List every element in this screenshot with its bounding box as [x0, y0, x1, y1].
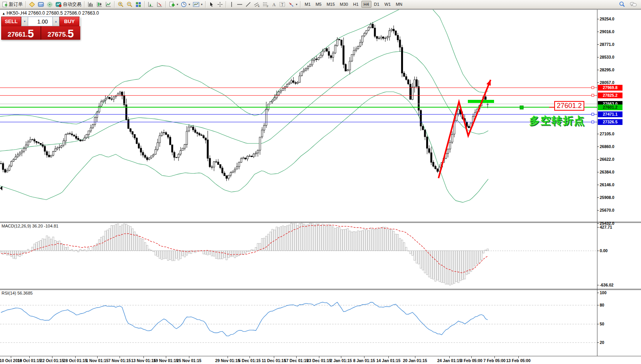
- price-badge: 27326.5: [598, 119, 622, 125]
- horizontal-line-tool-button[interactable]: [236, 0, 244, 8]
- period-button[interactable]: ▾: [180, 0, 191, 8]
- time-axis-label: 17 Dec 01:15: [284, 358, 309, 363]
- volume-up-button[interactable]: ▲: [52, 17, 59, 26]
- bollinger-lower-line: [0, 92, 488, 202]
- autotrading-icon: [56, 2, 62, 7]
- candles-layer: [0, 22, 489, 181]
- autotrading-label: 自动交易: [63, 1, 81, 8]
- rsi-axis-tick: 100: [600, 290, 607, 295]
- price-axis-tick: 25908.0: [600, 195, 614, 200]
- time-axis-label: 28 Oct 01:15: [63, 358, 87, 363]
- cursor-tool-button[interactable]: [207, 0, 216, 8]
- time-axis-label: 7 Nov 01:15: [108, 358, 131, 363]
- rsi-axis-tick: 50: [600, 322, 604, 326]
- tf-m15-button[interactable]: M15: [324, 1, 337, 8]
- green-line-handle: [520, 106, 523, 109]
- price-axis-tick: 26146.0: [600, 182, 614, 187]
- indicator-window-button[interactable]: [147, 0, 155, 8]
- fibonacci-icon: F: [263, 2, 269, 7]
- macd-axis-tick: 427.71: [600, 225, 612, 229]
- time-axis-label: 29 Nov 01:15: [215, 358, 240, 363]
- new-order-icon: [2, 2, 8, 7]
- price-axis-tick: 25670.0: [600, 208, 614, 212]
- time-axis-label: 16 Oct 01:15: [17, 358, 41, 363]
- arrows-tool-button[interactable]: ▾: [287, 0, 299, 8]
- add-indicator-icon: [169, 2, 175, 7]
- buy-price[interactable]: 27675.5: [41, 26, 81, 40]
- tf-m30-button[interactable]: M30: [337, 1, 350, 8]
- zoom-in-button[interactable]: [116, 0, 125, 8]
- sell-button[interactable]: SELL: [1, 17, 21, 26]
- rsi-layer: [0, 302, 597, 343]
- chart-template-icon: [193, 2, 199, 7]
- chevron-down-icon[interactable]: ▾: [189, 3, 190, 6]
- chinese-annotation[interactable]: 多空转折点: [529, 114, 585, 128]
- candlestick-mode-button[interactable]: [95, 0, 104, 8]
- one-click-trading-panel: SELL ▼ ▲ BUY 27661.5 27675.5: [1, 17, 80, 40]
- collapse-arrow-icon[interactable]: ▲: [2, 12, 5, 15]
- new-order-button[interactable]: 新订单: [1, 0, 24, 8]
- line-chart-icon: [105, 2, 111, 7]
- tf-h1-button[interactable]: H1: [351, 1, 361, 8]
- autotrading-button[interactable]: 自动交易: [54, 0, 83, 8]
- label-tool-button[interactable]: T: [278, 0, 287, 8]
- macd-axis-tick: -636.02: [600, 283, 614, 287]
- arrows-icon: [288, 2, 294, 7]
- time-axis-label: 5 Dec 01:15: [238, 358, 261, 363]
- crosshair-tool-button[interactable]: [216, 0, 224, 8]
- text-tool-button[interactable]: A: [270, 0, 278, 8]
- chevron-down-icon[interactable]: ▾: [201, 3, 202, 6]
- chat-button[interactable]: [629, 0, 638, 8]
- chevron-down-icon[interactable]: ▾: [177, 3, 178, 6]
- channel-tool-button[interactable]: E: [253, 0, 261, 8]
- macd-signal-line: [1, 225, 488, 273]
- time-axis-label: 24 Jan 01:15: [437, 358, 461, 363]
- zoom-out-button[interactable]: [125, 0, 134, 8]
- svg-text:E: E: [258, 5, 260, 7]
- line-handle: [592, 86, 594, 89]
- market-watch-button[interactable]: [28, 0, 36, 8]
- price-axis-tick: 26860.0: [600, 144, 614, 149]
- tf-m1-button[interactable]: M1: [302, 1, 313, 8]
- clock-icon: [181, 2, 187, 7]
- tf-h4-button[interactable]: H4: [361, 1, 371, 8]
- time-axis-label: 22 Oct 01:15: [40, 358, 64, 363]
- volume-input[interactable]: [28, 17, 52, 26]
- search-button[interactable]: [618, 0, 626, 8]
- price-badge: 27601.2: [598, 104, 622, 110]
- line-chart-mode-button[interactable]: [104, 0, 113, 8]
- zoom-out-icon: [127, 2, 133, 7]
- tile-windows-button[interactable]: [134, 0, 143, 8]
- time-axis-label: 11 Dec 01:15: [261, 358, 286, 363]
- toolbar-separator: [300, 1, 301, 8]
- trendline-tool-button[interactable]: [244, 0, 252, 8]
- chevron-down-icon[interactable]: ▾: [296, 3, 297, 6]
- signals-button[interactable]: [46, 0, 54, 8]
- zoom-in-icon: [118, 2, 124, 7]
- bar-chart-mode-button[interactable]: [86, 0, 95, 8]
- price-axis-tick: 26622.0: [600, 157, 614, 162]
- buy-button[interactable]: BUY: [59, 17, 79, 26]
- time-axis-label: 3 Feb 05:00: [460, 358, 482, 363]
- add-indicator-button[interactable]: ▾: [168, 0, 179, 8]
- bar-chart-icon: [88, 2, 94, 7]
- svg-text:A: A: [272, 2, 276, 7]
- templates-button[interactable]: ▾: [192, 0, 204, 8]
- tile-windows-icon: [135, 2, 142, 7]
- vertical-line-tool-button[interactable]: [228, 0, 235, 8]
- price-level-label[interactable]: 27601.2: [554, 101, 584, 111]
- chart-frame: [0, 10, 641, 359]
- tf-m5-button[interactable]: M5: [313, 1, 324, 8]
- volume-down-button[interactable]: ▼: [21, 17, 28, 26]
- fibonacci-tool-button[interactable]: F: [261, 0, 270, 8]
- market-watch-icon: [29, 2, 35, 7]
- time-axis-label: 13 Feb 05:00: [506, 358, 530, 363]
- data-window-button[interactable]: [37, 0, 45, 8]
- chart-canvas[interactable]: [0, 0, 641, 364]
- tf-d1-button[interactable]: D1: [372, 1, 382, 8]
- tf-w1-button[interactable]: W1: [382, 1, 393, 8]
- price-axis-tick: 27105.0: [600, 131, 614, 136]
- indicator-window2-button[interactable]: [155, 0, 164, 8]
- sell-price[interactable]: 27661.5: [1, 26, 40, 40]
- tf-mn-button[interactable]: MN: [393, 1, 405, 8]
